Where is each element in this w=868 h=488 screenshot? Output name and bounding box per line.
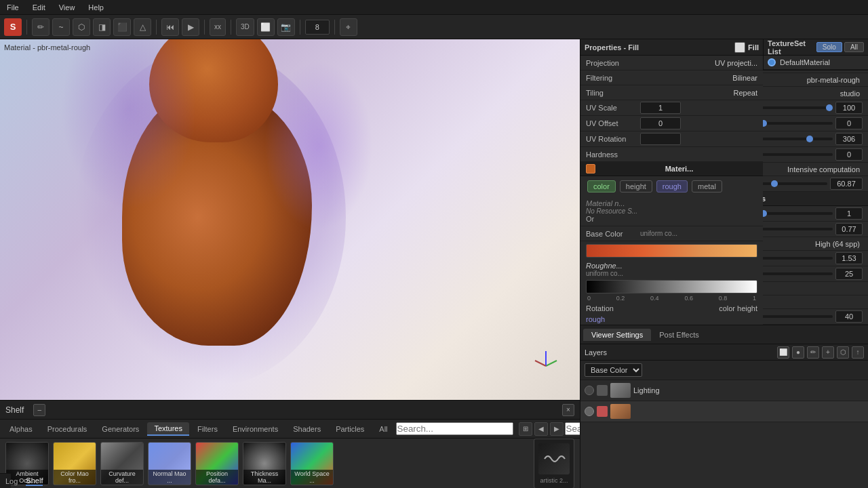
stencil-input[interactable] [835, 268, 863, 280]
camera-btn[interactable]: 📷 [277, 18, 295, 36]
play-btn[interactable]: ▶ [182, 18, 199, 36]
texture-set-material-row[interactable]: DefaultMaterial [764, 56, 868, 70]
layer-btn-2[interactable]: ● [792, 346, 804, 359]
post-effects-tab[interactable]: Post Effects [651, 329, 707, 341]
shelf-tab-all[interactable]: All [372, 423, 394, 435]
projection-value[interactable]: UV projecti... [640, 59, 757, 67]
layer-row-2[interactable] [580, 401, 868, 422]
toolbar: S ✏ ~ ⬡ ◨ ⬛ △ ⏮ ▶ xx 3D ⬜ 📷 ⌖ [0, 15, 868, 39]
rough-row: rough [580, 314, 763, 325]
3d-mode-btn[interactable]: 3D [236, 18, 254, 36]
shelf-prev-btn[interactable]: ◀ [534, 422, 548, 436]
shelf-minimize-btn[interactable]: – [33, 404, 45, 416]
fill-btn[interactable]: ⬡ [73, 18, 90, 36]
toolbar-sep-1 [26, 20, 27, 35]
shelf-thumb-thick[interactable]: Thickness Ma... [243, 442, 286, 485]
shelf-search2-input[interactable] [565, 422, 580, 435]
shelf-tab-filters[interactable]: Filters [191, 423, 224, 435]
layer-btn-4[interactable]: + [822, 346, 834, 359]
shelf-thumb-curv[interactable]: Curvature def... [100, 442, 144, 485]
mask-btn[interactable]: ⬛ [113, 18, 131, 36]
all-btn[interactable]: All [844, 42, 864, 52]
base-color-prop-value: uniform co... [640, 230, 677, 237]
layer-btn-5[interactable]: ⬡ [837, 346, 849, 359]
app-logo: S [4, 18, 22, 36]
tiling-value[interactable]: Repeat [640, 89, 757, 97]
env-blur-input[interactable] [835, 148, 863, 161]
layer2-visibility[interactable] [585, 407, 594, 416]
shelf-tab-generators[interactable]: Generators [95, 423, 146, 435]
uv-scale-input[interactable] [640, 102, 681, 114]
layer-btn-1[interactable]: ⬜ [777, 346, 789, 359]
shelf-thumb-world[interactable]: World Space ... [290, 442, 334, 485]
rotation-color-height-row: Rotation color height [580, 303, 763, 314]
roughness-gradient[interactable] [586, 280, 757, 293]
shelf-grid-view-btn[interactable]: ⊞ [519, 422, 532, 436]
brush-xx-btn[interactable]: xx [210, 18, 226, 36]
layer-visibility-btn[interactable] [585, 386, 594, 395]
base-color-gradient[interactable] [586, 244, 757, 258]
chip-metal[interactable]: metal [692, 180, 722, 192]
shelf-thumb-color[interactable]: Color Mao fro... [53, 442, 96, 485]
shelf-thumb-pos[interactable]: Position defa... [195, 442, 239, 485]
shelf-tab-environments[interactable]: Environments [226, 423, 285, 435]
wireframe-opacity-input[interactable] [835, 310, 863, 323]
uv-offset-input[interactable] [640, 117, 681, 129]
shelf-search-input[interactable] [396, 422, 513, 435]
chip-color[interactable]: color [587, 180, 616, 192]
env-opacity-input[interactable] [835, 102, 863, 114]
clone-btn[interactable]: ◨ [93, 18, 111, 36]
shelf-tab-textures[interactable]: Textures [147, 422, 189, 436]
fill-color-swatch[interactable] [734, 42, 745, 53]
shelf-header: Shelf – × [0, 401, 580, 420]
playback-btn[interactable]: ⏮ [161, 18, 179, 36]
status-shelf-tab[interactable]: Shelf [26, 476, 43, 486]
layers-label: Layers [585, 348, 607, 357]
height-force-input[interactable] [835, 223, 863, 235]
chip-height[interactable]: height [620, 180, 652, 192]
axis-gizmo [532, 346, 559, 373]
material-radio[interactable] [768, 58, 776, 66]
properties-header: Properties - Fill Fill [580, 39, 763, 56]
layer-btn-3[interactable]: ✏ [807, 346, 819, 359]
shelf-tab-shaders[interactable]: Shaders [286, 423, 328, 435]
geo-btn[interactable]: △ [134, 18, 151, 36]
env-btn[interactable]: ⬜ [257, 18, 275, 36]
base-color-selector[interactable]: Base Color [585, 363, 642, 377]
paint-tool-btn[interactable]: ✏ [32, 18, 50, 36]
brush-size-input[interactable] [305, 20, 330, 35]
shelf-area: Shelf – × Alphas Procedurals Generators … [0, 400, 580, 488]
shelf-scroll-preview[interactable]: artistic 2... [534, 439, 574, 488]
layer-lighting[interactable]: Lighting [580, 380, 868, 401]
properties-panel: Properties - Fill Fill Projection UV pro… [580, 39, 763, 325]
solo-btn[interactable]: Solo [816, 42, 842, 52]
roughness-section-label: Roughne... [586, 262, 757, 270]
shadows-opacity-input[interactable] [830, 178, 863, 190]
env-exposure-input[interactable] [835, 117, 863, 129]
menu-edit[interactable]: Edit [30, 2, 48, 13]
material-section-checkbox[interactable] [586, 164, 595, 174]
shelf-close-btn[interactable]: × [562, 404, 574, 416]
viewport-canvas[interactable]: Material - pbr-metal-rough [0, 39, 580, 400]
env-rotation-input[interactable] [835, 133, 863, 145]
viewer-settings-tab[interactable]: Viewer Settings [583, 329, 651, 341]
uv-rotation-input[interactable] [640, 133, 681, 145]
shelf-tab-procedurals[interactable]: Procedurals [41, 423, 94, 435]
ao-intensity-input[interactable] [835, 207, 863, 220]
layer-icon [597, 385, 608, 396]
menu-help[interactable]: Help [85, 2, 106, 13]
filtering-value[interactable]: Bilinear [640, 74, 757, 82]
layer-btn-6[interactable]: ↑ [852, 346, 864, 359]
toolbar-sep-6 [334, 20, 335, 35]
smudge-btn[interactable]: ~ [52, 18, 70, 36]
picker-btn[interactable]: ⌖ [340, 18, 357, 36]
chip-rough[interactable]: rough [656, 180, 688, 192]
shelf-thumb-normal[interactable]: Normal Mao ... [148, 442, 191, 485]
menu-file[interactable]: File [4, 2, 22, 13]
menu-view[interactable]: View [56, 2, 78, 13]
shelf-next-btn[interactable]: ▶ [550, 422, 564, 436]
shelf-tab-alphas[interactable]: Alphas [3, 423, 39, 435]
status-log-tab[interactable]: Log [5, 477, 18, 485]
shelf-tab-particles[interactable]: Particles [329, 423, 371, 435]
emissive-input[interactable] [835, 252, 863, 264]
